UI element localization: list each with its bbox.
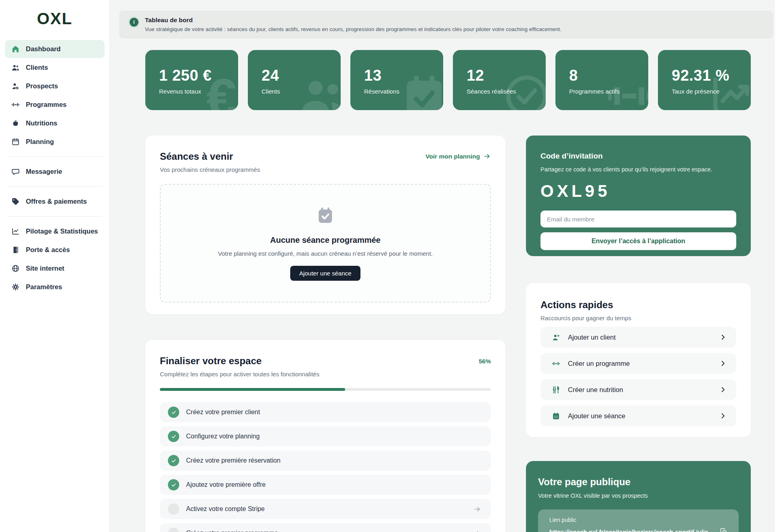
progress-bar-fill (160, 388, 345, 391)
sidebar-item-label: Site internet (26, 265, 64, 272)
sidebar-item-programmes[interactable]: Programmes (5, 96, 105, 114)
stats-row: 1 250 € Revenus totaux € 24 Clients 13 R… (145, 50, 751, 110)
check-circle-icon (168, 479, 179, 490)
sidebar-item-label: Pilotage & Statistiques (26, 227, 98, 235)
app-window: OXL Dashboard Clients Prospects (0, 0, 775, 532)
calendar-check-icon (316, 206, 335, 225)
copy-icon[interactable] (720, 528, 727, 532)
step-label: Ajoutez votre première offre (186, 481, 481, 488)
action-create-program[interactable]: Créer un programme (540, 353, 736, 374)
sidebar-divider (7, 156, 102, 157)
sidebar-item-label: Nutritions (26, 119, 57, 127)
public-link-url[interactable]: https://coach.oxl.fr/occitanie/beziers/c… (549, 528, 715, 532)
sidebar-item-pilotage[interactable]: Pilotage & Statistiques (5, 222, 105, 240)
onboarding-card: Finaliser votre espace Complétez les éta… (145, 340, 505, 532)
public-page-subtitle: Votre vitrine OXL visible par vos prospe… (538, 492, 739, 499)
sidebar-item-clients[interactable]: Clients (5, 58, 105, 77)
send-access-button[interactable]: Envoyer l’accès à l’application (540, 232, 736, 250)
check-circle-icon (168, 455, 179, 466)
step-row[interactable]: Activez votre compte Stripe (160, 499, 491, 519)
users-icon (11, 63, 20, 72)
dumbbell-icon (552, 359, 561, 368)
check-circle-icon (168, 407, 179, 418)
check-circle-icon (168, 431, 179, 442)
quick-actions-subtitle: Raccourcis pour gagner du temps (540, 315, 736, 321)
sidebar: OXL Dashboard Clients Prospects (0, 0, 110, 532)
page-header-banner: i Tableau de bord Vue stratégique de vot… (119, 11, 773, 38)
sidebar-item-messagerie[interactable]: Messagerie (5, 163, 105, 181)
sidebar-item-prospects[interactable]: Prospects (5, 77, 105, 95)
main-area: i Tableau de bord Vue stratégique de vot… (110, 0, 775, 532)
invitation-subtitle: Partagez ce code à vos clients pour qu’i… (540, 166, 736, 173)
arrow-right-icon (473, 530, 481, 532)
add-session-button[interactable]: Ajouter une séance (290, 266, 360, 281)
invitation-code: OXL95 (540, 182, 736, 201)
onboarding-title: Finaliser votre espace (160, 355, 319, 367)
sidebar-item-porte-acces[interactable]: Porte & accès (5, 241, 105, 259)
user-prospect-icon (11, 82, 20, 91)
action-label: Ajouter une séance (568, 412, 719, 420)
invitation-card: Code d’invitation Partagez ce code à vos… (526, 136, 751, 256)
trending-up-icon (707, 71, 751, 110)
sidebar-item-label: Programmes (26, 101, 67, 108)
action-add-client[interactable]: Ajouter un client (540, 327, 736, 348)
sidebar-item-site-internet[interactable]: Site internet (5, 259, 105, 277)
step-row[interactable]: Configurez votre planning (160, 426, 491, 446)
onboarding-subtitle: Complétez les étapes pour activer toutes… (160, 371, 319, 378)
sessions-card: Séances à venir Vos prochains créneaux p… (145, 136, 505, 314)
sidebar-item-dashboard[interactable]: Dashboard (5, 40, 105, 58)
empty-circle-icon (168, 528, 179, 532)
step-label: Créez votre premier programme (186, 530, 473, 532)
page-subtitle: Vue stratégique de votre activité : séan… (145, 26, 561, 32)
arrow-right-icon (483, 152, 491, 160)
sidebar-divider (7, 216, 102, 217)
right-column: Code d’invitation Partagez ce code à vos… (526, 136, 751, 532)
stat-card-revenus: 1 250 € Revenus totaux € (145, 50, 238, 110)
chevron-right-icon (719, 334, 727, 341)
sidebar-item-nutritions[interactable]: Nutritions (5, 114, 105, 132)
step-row[interactable]: Créez votre premier client (160, 402, 491, 422)
sessions-title: Séances à venir (160, 151, 260, 162)
gear-icon (11, 283, 20, 292)
sidebar-item-label: Paramètres (26, 283, 62, 291)
member-email-input[interactable] (540, 211, 736, 227)
sidebar-item-parametres[interactable]: Paramètres (5, 278, 105, 296)
calendar-icon (552, 411, 561, 420)
chevron-right-icon (719, 386, 727, 393)
progress-percent: 56% (479, 358, 491, 365)
public-link-label: Lien public (549, 517, 727, 523)
chevron-right-icon (719, 360, 727, 367)
dumbbell-icon (11, 100, 20, 109)
stat-card-seances: 12 Séances réalisées (453, 50, 546, 110)
step-row[interactable]: Créez votre premier programme (160, 523, 491, 532)
step-row[interactable]: Ajoutez votre première offre (160, 475, 491, 495)
stat-card-reservations: 13 Réservations (350, 50, 443, 110)
action-label: Ajouter un client (568, 334, 719, 341)
utensils-icon (552, 385, 561, 394)
chat-icon (11, 167, 20, 176)
sidebar-item-label: Clients (26, 64, 48, 71)
info-icon: i (130, 18, 138, 27)
sidebar-item-label: Prospects (26, 82, 58, 90)
check-circle-icon (502, 71, 546, 110)
view-planning-link[interactable]: Voir mon planning (425, 152, 491, 160)
sidebar-divider (7, 186, 102, 187)
users-icon (297, 71, 341, 110)
euro-icon: € (206, 71, 237, 110)
sidebar-item-planning[interactable]: Planning (5, 133, 105, 151)
empty-circle-icon (168, 503, 179, 515)
quick-actions-card: Actions rapides Raccourcis pour gagner d… (526, 283, 751, 437)
tag-icon (11, 197, 20, 206)
sidebar-item-offres-paiements[interactable]: Offres & paiements (5, 192, 105, 211)
dumbbell-icon (605, 71, 648, 110)
step-row[interactable]: Créez votre première réservation (160, 451, 491, 471)
user-plus-icon (552, 333, 561, 342)
invitation-title: Code d’invitation (540, 152, 736, 161)
sessions-empty-state: Aucune séance programmée Votre planning … (160, 184, 491, 303)
public-page-card: Votre page publique Votre vitrine OXL vi… (526, 461, 751, 532)
action-create-nutrition[interactable]: Créer une nutrition (540, 379, 736, 400)
step-label: Créez votre premier client (186, 409, 481, 416)
content: 1 250 € Revenus totaux € 24 Clients 13 R… (145, 50, 751, 532)
calendar-check-icon (400, 71, 443, 110)
action-add-session[interactable]: Ajouter une séance (540, 405, 736, 426)
